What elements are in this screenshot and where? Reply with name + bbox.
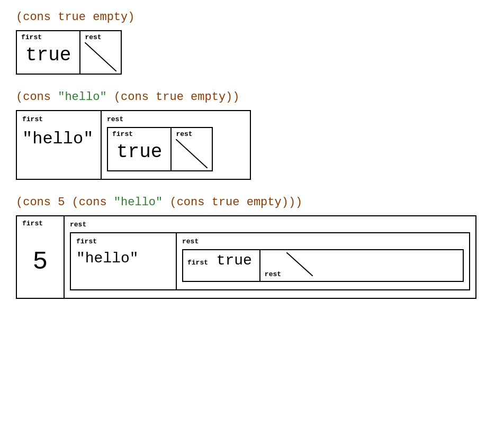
section3-d2-first: first "hello" (71, 233, 177, 289)
section3-inner3-wrap: first true rest (182, 249, 464, 282)
section3-d1-first-label: first (187, 259, 208, 267)
section3-d3-rest: rest first "hello" rest fir (65, 216, 475, 298)
section3-d2-first-value: "hello" (76, 250, 139, 267)
section2-code-brown1: (cons (16, 90, 58, 104)
section2-diagram: first "hello" rest first true rest (16, 110, 251, 180)
section2-outer-rest: rest first true rest (102, 111, 250, 179)
section2-inner-cons-cell: first true rest (107, 127, 213, 171)
section3-code-green: "hello" (114, 196, 163, 209)
svg-line-0 (85, 42, 116, 71)
section2-outer-first-label: first (22, 115, 43, 123)
section1-cell-rest: rest (80, 31, 121, 74)
section2-outer-first: first "hello" (17, 111, 102, 179)
section1-code: (cons true empty) (16, 11, 488, 24)
svg-line-1 (176, 139, 208, 168)
section3-d3-first-value: 5 (33, 248, 48, 276)
section3-d1-first-value: true (213, 250, 255, 271)
section1-rest-label: rest (85, 33, 101, 41)
section2-outer-first-value: "hello" (22, 129, 93, 149)
section1-cell-first: first true (17, 31, 80, 74)
section1-diagram: first true rest (16, 30, 488, 75)
section3-d3-first: first 5 (17, 216, 65, 298)
section3-code: (cons 5 (cons "hello" (cons true empty))… (16, 196, 488, 209)
svg-line-2 (286, 252, 313, 276)
section3: (cons 5 (cons "hello" (cons true empty))… (16, 196, 488, 299)
section2-code: (cons "hello" (cons true empty)) (16, 90, 488, 104)
section3-code-brown1: (cons 5 (cons (16, 196, 114, 209)
section3-inner-empty-box (286, 252, 313, 276)
section3-d2-first-label: first (76, 238, 97, 245)
section2-inner-first: first true (108, 128, 172, 170)
section2: (cons "hello" (cons true empty)) first "… (16, 90, 488, 180)
section3-d3-first-label: first (22, 220, 58, 227)
section2-outer-rest-label: rest (107, 115, 123, 123)
section1-empty-box (85, 42, 116, 71)
section3-d1-rest: rest (260, 250, 317, 281)
section2-code-brown2: (cons true empty)) (107, 90, 240, 104)
section1-first-label: first (21, 33, 42, 41)
section2-inner-rest: rest (172, 128, 212, 170)
section1-code-text: (cons true empty) (16, 11, 134, 24)
section2-code-green: "hello" (58, 90, 106, 104)
section3-d2-rest-label: rest (182, 238, 199, 245)
section3-d1-first: first true (183, 250, 260, 281)
section2-inner-first-value: true (112, 139, 166, 165)
section2-inner-first-label: first (112, 130, 133, 138)
section3-d2-rest: rest first true rest (177, 233, 469, 289)
section1: (cons true empty) first true rest (16, 11, 488, 75)
section2-inner-rest-label: rest (176, 130, 192, 138)
section3-d1-rest-label: rest (265, 270, 281, 278)
section3-d3-rest-label: rest (70, 221, 86, 229)
section3-inner2-wrap: first "hello" rest first true (70, 232, 470, 290)
section1-cons-cell: first true rest (16, 30, 122, 75)
section1-first-value: true (21, 42, 75, 68)
section3-diagram: first 5 rest first "hello" rest (16, 215, 476, 299)
section3-code-brown2: (cons true empty))) (163, 196, 302, 209)
section2-inner-empty-box (176, 139, 208, 168)
